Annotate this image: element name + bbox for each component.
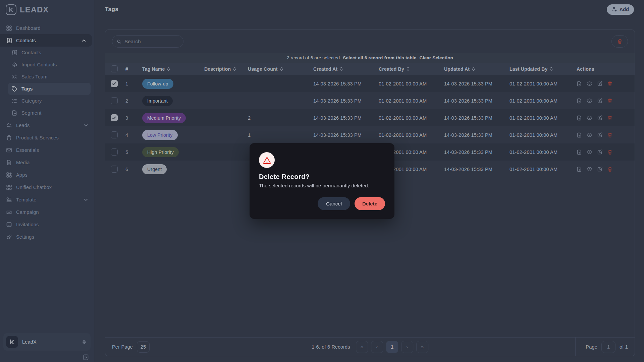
delete-button[interactable]: Delete [355, 197, 385, 210]
warning-icon [259, 152, 275, 168]
modal-actions: Cancel Delete [259, 197, 385, 210]
cancel-button[interactable]: Cancel [318, 197, 350, 210]
modal-message: The selected records will be permanantly… [259, 183, 385, 188]
modal-title: Delete Record? [259, 173, 385, 181]
delete-confirmation-modal: Delete Record? The selected records will… [250, 143, 394, 219]
